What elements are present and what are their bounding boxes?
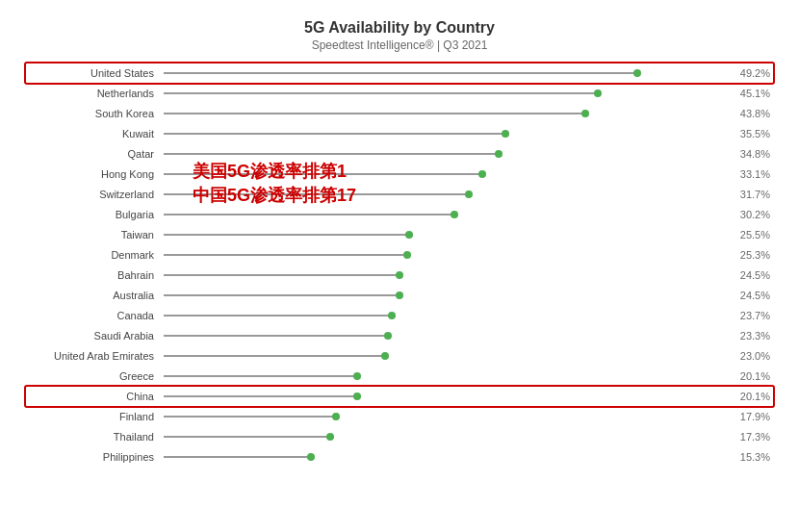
table-row: Australia24.5%: [29, 286, 770, 305]
pct-label: 15.3%: [727, 451, 770, 463]
table-row: United Arab Emirates23.0%: [29, 346, 770, 366]
bar-dot: [502, 130, 509, 138]
country-label: Netherlands: [29, 88, 164, 99]
country-label: Thailand: [29, 431, 164, 443]
pct-label: 49.2%: [727, 67, 770, 79]
country-label: China: [29, 391, 164, 402]
table-row: Bahrain24.5%: [29, 266, 770, 285]
bar-area: [164, 104, 727, 123]
bar-line: [164, 395, 357, 397]
bar-dot: [353, 372, 361, 380]
bar-area: [164, 84, 727, 103]
country-label: Taiwan: [29, 229, 164, 241]
bar-area: [164, 63, 727, 83]
bar-line: [164, 436, 330, 438]
bar-dot: [396, 271, 403, 279]
table-row: Bulgaria30.2%: [29, 205, 770, 224]
country-label: South Korea: [29, 108, 164, 119]
bar-line: [164, 335, 388, 337]
bar-dot: [405, 231, 413, 239]
bar-area: [164, 326, 727, 345]
bar-dot: [384, 332, 392, 340]
bar-area: [164, 367, 727, 386]
table-row: South Korea43.8%: [29, 104, 770, 123]
country-label: Australia: [29, 290, 164, 301]
table-row: Switzerland31.7%: [29, 185, 770, 204]
bar-line: [164, 274, 400, 276]
bar-line: [164, 153, 499, 155]
pct-label: 31.7%: [727, 189, 770, 200]
country-label: United States: [29, 67, 164, 79]
bar-dot: [388, 312, 396, 319]
bar-area: [164, 427, 727, 446]
pct-label: 24.5%: [727, 290, 770, 301]
bar-dot: [396, 291, 403, 299]
table-row: Saudi Arabia23.3%: [29, 326, 770, 345]
pct-label: 23.7%: [727, 310, 770, 321]
bar-dot: [594, 89, 602, 97]
bar-dot: [478, 170, 486, 178]
bar-dot: [495, 150, 503, 158]
bar-area: [164, 286, 727, 305]
pct-label: 34.8%: [727, 148, 770, 160]
pct-label: 45.1%: [727, 88, 770, 99]
chart-container: 5G Availability by Country Speedtest Int…: [0, 0, 799, 532]
pct-label: 35.5%: [727, 128, 770, 139]
table-row: Taiwan25.5%: [29, 225, 770, 244]
bar-line: [164, 92, 598, 94]
bar-area: [164, 266, 727, 285]
table-row: Canada23.7%: [29, 306, 770, 325]
table-row: Philippines15.3%: [29, 447, 770, 467]
bar-line: [164, 375, 357, 377]
country-label: Bulgaria: [29, 209, 164, 220]
bar-line: [164, 72, 637, 74]
chart-body: United States49.2%Netherlands45.1%South …: [29, 63, 770, 467]
country-label: Finland: [29, 411, 164, 422]
bar-dot: [465, 190, 473, 198]
table-row: Netherlands45.1%: [29, 84, 770, 103]
bar-area: [164, 225, 727, 244]
pct-label: 23.3%: [727, 330, 770, 342]
bar-dot: [353, 393, 361, 400]
bar-line: [164, 234, 409, 236]
country-label: Qatar: [29, 148, 164, 160]
pct-label: 20.1%: [727, 370, 770, 382]
table-row: China20.1%: [29, 387, 770, 406]
bar-dot: [381, 352, 389, 360]
bar-area: [164, 407, 727, 426]
country-label: Saudi Arabia: [29, 330, 164, 342]
bar-dot: [451, 211, 458, 218]
pct-label: 33.1%: [727, 168, 770, 180]
bar-line: [164, 113, 585, 114]
bar-line: [164, 355, 385, 357]
table-row: Greece20.1%: [29, 367, 770, 386]
bar-line: [164, 214, 454, 215]
bar-line: [164, 456, 311, 458]
bar-area: [164, 124, 727, 143]
table-row: Thailand17.3%: [29, 427, 770, 446]
pct-label: 43.8%: [727, 108, 770, 119]
table-row: Finland17.9%: [29, 407, 770, 426]
pct-label: 24.5%: [727, 269, 770, 281]
bar-line: [164, 315, 392, 317]
table-row: Denmark25.3%: [29, 245, 770, 265]
pct-label: 25.5%: [727, 229, 770, 241]
bar-dot: [633, 69, 641, 77]
bar-dot: [581, 110, 589, 117]
country-label: Greece: [29, 370, 164, 382]
bar-dot: [332, 413, 340, 420]
pct-label: 17.9%: [727, 411, 770, 422]
table-row: Qatar34.8%: [29, 144, 770, 164]
annotation-text: 美国5G渗透率排第1中国5G渗透率排第17: [193, 160, 356, 208]
table-row: Hong Kong33.1%: [29, 165, 770, 184]
table-row: Kuwait35.5%: [29, 124, 770, 143]
country-label: Philippines: [29, 451, 164, 463]
pct-label: 25.3%: [727, 249, 770, 261]
bar-line: [164, 416, 336, 418]
bar-area: [164, 447, 727, 467]
pct-label: 17.3%: [727, 431, 770, 443]
bar-line: [164, 254, 407, 256]
country-label: Kuwait: [29, 128, 164, 139]
country-label: Canada: [29, 310, 164, 321]
pct-label: 30.2%: [727, 209, 770, 220]
